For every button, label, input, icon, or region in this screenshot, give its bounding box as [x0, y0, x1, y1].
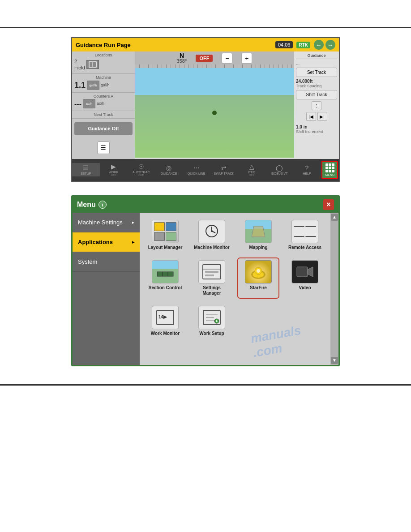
- mapping-icon: [245, 220, 272, 243]
- guidance-map-area: N 358° OFF − +: [135, 51, 294, 159]
- menu-close-button[interactable]: ×: [323, 199, 334, 210]
- svg-point-5: [211, 230, 213, 232]
- menu-screenshot: Menu i × Machine Settings ▸ Applications…: [71, 195, 340, 366]
- scroll-up-button[interactable]: ▲: [331, 214, 338, 221]
- menu-info-button[interactable]: i: [98, 201, 107, 209]
- app-item-video[interactable]: Video: [284, 257, 326, 299]
- menu-grid-icon: [325, 163, 334, 172]
- work-setup-label: Work Setup: [199, 331, 224, 336]
- shift-increment: 1.0 in Shift Increment: [296, 124, 337, 134]
- video-icon: [291, 260, 318, 283]
- guidance-label: GUIDANCE: [160, 172, 177, 175]
- toolbar-itec[interactable]: △ ITEC OFF: [238, 162, 265, 178]
- menu-scrollbar: ▲ ▼: [330, 213, 338, 365]
- svg-text:14▶: 14▶: [158, 314, 167, 319]
- compass-degrees: 358°: [177, 59, 187, 64]
- toolbar-help[interactable]: ? HELP: [293, 163, 321, 176]
- app-item-starfire[interactable]: StarFire: [237, 257, 279, 299]
- titlebar-right: 04:06 RTK ← →: [275, 40, 335, 50]
- app-item-layout-manager[interactable]: Layout Manager: [144, 217, 186, 253]
- svg-rect-13: [205, 275, 214, 276]
- work-monitor-icon: 14▶: [152, 306, 179, 329]
- menu-title: Menu: [77, 201, 96, 209]
- ruler-ticks: [135, 64, 294, 68]
- settings-manager-label: Settings Manager: [193, 285, 230, 296]
- app-item-mapping[interactable]: Mapping: [237, 217, 279, 253]
- svg-marker-19: [308, 267, 313, 277]
- remote-access-label: Remote Access: [288, 245, 321, 250]
- remote-access-icon: [291, 220, 318, 243]
- tractor-indicator: [212, 111, 217, 115]
- map-top-bar: N 358° OFF − +: [135, 51, 294, 64]
- layout-manager-icon: [152, 220, 179, 243]
- work-label: WORK: [109, 171, 119, 174]
- menu-sidebar: Machine Settings ▸ Applications ▸ System: [73, 213, 140, 365]
- counter-value: ---: [74, 100, 81, 108]
- app-item-work-monitor[interactable]: 14▶ Work Monitor: [144, 303, 186, 339]
- counter-label: Counters A: [74, 94, 133, 99]
- counter-row: --- ac/h ac/h: [74, 99, 133, 109]
- next-track-label: Next Track: [74, 112, 133, 117]
- set-track-button[interactable]: Set Track: [296, 68, 337, 77]
- scroll-down-button[interactable]: ▼: [331, 357, 338, 364]
- setup-label: SETUP: [81, 172, 91, 175]
- itec-icon: △: [249, 163, 254, 170]
- next-track-section: Next Track: [72, 111, 135, 119]
- toolbar-guidance[interactable]: ◎ GUIDANCE: [155, 163, 183, 176]
- swap-track-label: SWAP TRACK: [214, 172, 234, 175]
- counter-icon: ac/h: [83, 99, 95, 108]
- sidebar-item-machine-settings[interactable]: Machine Settings ▸: [73, 213, 140, 232]
- nav-first-button[interactable]: |◀: [306, 112, 316, 121]
- sidebar-item-applications[interactable]: Applications ▸: [73, 232, 140, 252]
- counter-unit: ac/h: [97, 101, 104, 106]
- app-item-section-control[interactable]: Section Control: [144, 257, 186, 299]
- nav-back-button[interactable]: ←: [314, 40, 324, 50]
- autotrac-icon: ☉: [138, 163, 144, 170]
- toolbar-setup[interactable]: ☰ SETUP: [72, 163, 100, 176]
- nav-prev-button[interactable]: ⋮: [312, 101, 321, 110]
- rate-value: 1.1: [74, 81, 86, 90]
- toolbar-swap-track[interactable]: ⇄ SWAP TRACK: [210, 163, 238, 176]
- compass-display: N 358°: [177, 52, 187, 64]
- work-status: OFF: [111, 174, 116, 176]
- shift-track-button[interactable]: Shift Track: [296, 90, 337, 99]
- toolbar-isobus[interactable]: ◯ ISOBUS VT: [265, 163, 293, 176]
- field-icon: [86, 60, 99, 69]
- guidance-page-title: Guidance Run Page: [76, 42, 131, 48]
- guidance-left-panel: Locations 2 Field Machine 1.1: [72, 51, 135, 159]
- autotrac-status: OFF: [138, 174, 144, 176]
- app-grid: Layout Manager Machine Monitor: [144, 217, 326, 339]
- isobus-icon: ◯: [276, 164, 283, 172]
- sidebar-item-system[interactable]: System: [73, 252, 140, 272]
- itec-label: ITEC: [248, 171, 255, 174]
- menu-toolbar-label: MENU: [325, 173, 334, 176]
- app-item-work-setup[interactable]: Work Setup: [191, 303, 233, 339]
- rtk-badge: RTK: [296, 42, 310, 48]
- svg-rect-12: [205, 271, 218, 273]
- menu-body: Machine Settings ▸ Applications ▸ System: [73, 213, 338, 365]
- nav-row-1: ⋮: [296, 101, 337, 110]
- list-icon-button[interactable]: ☰: [97, 142, 110, 154]
- nav-forward-button[interactable]: →: [325, 40, 335, 50]
- starfire-label: StarFire: [250, 285, 267, 291]
- guidance-off-button[interactable]: Guidance Off: [74, 122, 133, 135]
- toolbar-work[interactable]: ▶ WORK OFF: [100, 162, 128, 178]
- guidance-right-panel: Guidance ... Set Track 24.000ft Track Sp…: [294, 51, 339, 159]
- toolbar-menu-button[interactable]: MENU: [321, 161, 338, 179]
- work-setup-icon: [198, 306, 225, 329]
- nav-last-button[interactable]: ▶|: [317, 112, 327, 121]
- toolbar-quick-line[interactable]: ⋯ QUICK LINE: [183, 163, 210, 176]
- location-label: Locations: [74, 53, 133, 57]
- zoom-out-button[interactable]: −: [222, 53, 232, 64]
- chevron-right-icon: ▸: [132, 220, 134, 225]
- app-item-machine-monitor[interactable]: Machine Monitor: [191, 217, 233, 253]
- machine-monitor-icon: [198, 220, 225, 243]
- zoom-in-button[interactable]: +: [241, 53, 252, 64]
- app-item-settings-manager[interactable]: Settings Manager: [191, 257, 233, 299]
- compass-direction: N: [180, 52, 184, 59]
- toolbar-autotrac[interactable]: ☉ AUTOTRAC OFF: [127, 162, 155, 178]
- app-item-remote-access[interactable]: Remote Access: [284, 217, 326, 253]
- autotrac-label: AUTOTRAC: [133, 171, 150, 174]
- menu-header: Menu i ×: [73, 197, 338, 213]
- video-label: Video: [299, 285, 311, 291]
